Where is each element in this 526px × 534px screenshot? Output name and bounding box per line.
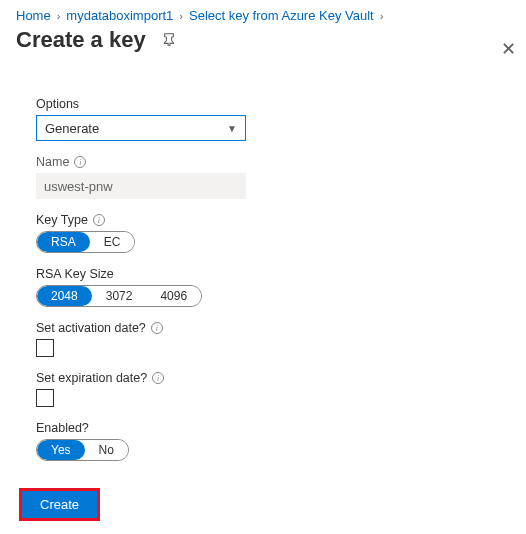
footer: Create bbox=[22, 491, 97, 518]
activation-checkbox[interactable] bbox=[36, 339, 54, 357]
field-expiration: Set expiration date? i bbox=[36, 371, 280, 407]
expiration-label: Set expiration date? i bbox=[36, 371, 280, 385]
close-icon[interactable]: ✕ bbox=[501, 38, 516, 60]
field-name: Name i uswest-pnw bbox=[36, 155, 280, 199]
key-type-label-text: Key Type bbox=[36, 213, 88, 227]
options-select[interactable]: Generate ▼ bbox=[36, 115, 246, 141]
key-type-toggle: RSA EC bbox=[36, 231, 135, 253]
field-key-size: RSA Key Size 2048 3072 4096 bbox=[36, 267, 280, 307]
breadcrumb-home[interactable]: Home bbox=[16, 8, 51, 23]
info-icon[interactable]: i bbox=[74, 156, 86, 168]
page-title: Create a key bbox=[16, 27, 146, 53]
chevron-right-icon: › bbox=[179, 10, 183, 22]
chevron-right-icon: › bbox=[57, 10, 61, 22]
expiration-label-text: Set expiration date? bbox=[36, 371, 147, 385]
chevron-down-icon: ▼ bbox=[227, 123, 237, 134]
enabled-toggle: Yes No bbox=[36, 439, 129, 461]
chevron-right-icon: › bbox=[380, 10, 384, 22]
info-icon[interactable]: i bbox=[93, 214, 105, 226]
key-size-4096[interactable]: 4096 bbox=[146, 286, 201, 306]
key-type-label: Key Type i bbox=[36, 213, 280, 227]
enabled-yes[interactable]: Yes bbox=[37, 440, 85, 460]
breadcrumb-resource[interactable]: mydataboximport1 bbox=[66, 8, 173, 23]
expiration-checkbox[interactable] bbox=[36, 389, 54, 407]
options-label: Options bbox=[36, 97, 280, 111]
name-input[interactable]: uswest-pnw bbox=[36, 173, 246, 199]
activation-label-text: Set activation date? bbox=[36, 321, 146, 335]
info-icon[interactable]: i bbox=[151, 322, 163, 334]
enabled-no[interactable]: No bbox=[85, 440, 128, 460]
field-key-type: Key Type i RSA EC bbox=[36, 213, 280, 253]
enabled-label: Enabled? bbox=[36, 421, 280, 435]
create-key-form: Options Generate ▼ Name i uswest-pnw Key… bbox=[0, 57, 280, 461]
key-size-3072[interactable]: 3072 bbox=[92, 286, 147, 306]
create-button[interactable]: Create bbox=[22, 491, 97, 518]
info-icon[interactable]: i bbox=[152, 372, 164, 384]
key-type-rsa[interactable]: RSA bbox=[37, 232, 90, 252]
field-activation: Set activation date? i bbox=[36, 321, 280, 357]
key-size-label: RSA Key Size bbox=[36, 267, 280, 281]
activation-label: Set activation date? i bbox=[36, 321, 280, 335]
name-label-text: Name bbox=[36, 155, 69, 169]
pin-icon[interactable] bbox=[162, 32, 176, 49]
breadcrumb-select-key[interactable]: Select key from Azure Key Vault bbox=[189, 8, 374, 23]
page-header: Create a key bbox=[0, 23, 526, 57]
key-size-toggle: 2048 3072 4096 bbox=[36, 285, 202, 307]
key-type-ec[interactable]: EC bbox=[90, 232, 135, 252]
breadcrumb: Home › mydataboximport1 › Select key fro… bbox=[0, 0, 526, 23]
key-size-2048[interactable]: 2048 bbox=[37, 286, 92, 306]
field-enabled: Enabled? Yes No bbox=[36, 421, 280, 461]
field-options: Options Generate ▼ bbox=[36, 97, 280, 141]
name-label: Name i bbox=[36, 155, 280, 169]
options-value: Generate bbox=[45, 121, 99, 136]
